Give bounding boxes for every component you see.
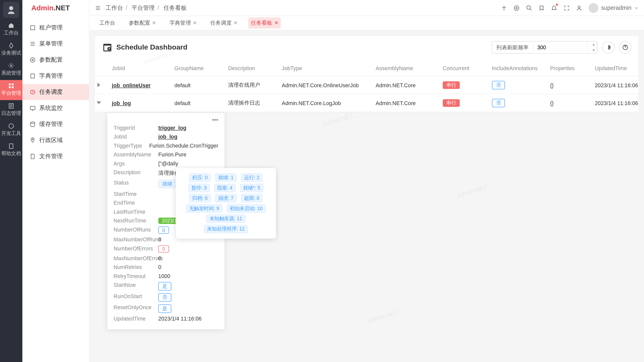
menu-toggle-icon[interactable] [95, 4, 101, 11]
content: Schedule Dashboard 列表刷新频率 ▲▼ JobId Group… [90, 30, 644, 362]
sidebar-item-region[interactable]: 行政区域 [22, 132, 89, 148]
tab-workbench[interactable]: 工作台 [97, 17, 118, 28]
sidebar-item-menu[interactable]: 菜单管理 [22, 36, 89, 52]
fullscreen-icon[interactable] [564, 4, 570, 11]
sidebar-item-tenant[interactable]: 租户管理 [22, 20, 89, 36]
svg-rect-2 [9, 83, 11, 85]
sidebar-item-params[interactable]: 参数配置 [22, 52, 89, 68]
nav-system[interactable]: 系统管理 [0, 60, 22, 80]
svg-rect-14 [30, 106, 35, 109]
user-dropdown[interactable]: superadmin [589, 3, 639, 13]
theme-toggle-icon[interactable] [602, 41, 615, 54]
close-icon[interactable]: ✕ [233, 20, 237, 26]
expand-toggle[interactable] [98, 82, 112, 88]
tab-params[interactable]: 参数配置✕ [126, 17, 159, 28]
sidebar-item-file[interactable]: 文件管理 [22, 148, 89, 164]
concurrent-tag: 串行 [443, 81, 460, 89]
header: 工作台/ 平台管理/ 任务看板 superadmin [90, 0, 644, 16]
sidebar-item-dict[interactable]: 字典管理 [22, 68, 89, 84]
status-tag: 就绪 [158, 180, 176, 188]
svg-rect-12 [31, 74, 35, 78]
breadcrumb: 工作台/ 平台管理/ 任务看板 [106, 4, 187, 12]
help-icon[interactable] [619, 41, 631, 54]
tab-schedule[interactable]: 任务调度✕ [208, 17, 240, 28]
svg-rect-4 [9, 86, 11, 88]
sidebar-item-schedule[interactable]: 任务调度 [22, 84, 89, 100]
include-tag: 否 [492, 81, 505, 89]
search-icon[interactable] [526, 4, 532, 11]
avatar [589, 3, 598, 13]
nav-biztest[interactable]: 业务测试 [0, 40, 22, 60]
sidebar: Admin.NET 租户管理 菜单管理 参数配置 字典管理 任务调度 系统监控 … [22, 0, 90, 362]
close-icon[interactable]: ✕ [152, 20, 156, 26]
table-row: job_onlineUser default 清理在线用户 Admin.NET.… [95, 76, 639, 94]
svg-point-18 [516, 7, 517, 9]
nav-workbench[interactable]: 工作台 [0, 20, 22, 40]
svg-rect-8 [9, 144, 13, 149]
bell-icon[interactable] [551, 4, 557, 11]
close-icon[interactable]: ✕ [193, 20, 197, 26]
close-icon[interactable]: ✕ [274, 20, 278, 26]
svg-point-1 [10, 65, 12, 66]
job-table: JobId GroupName Description JobType Asse… [95, 61, 639, 112]
svg-point-0 [9, 6, 13, 10]
tab-dict[interactable]: 字典管理✕ [167, 17, 199, 28]
svg-point-17 [514, 6, 519, 11]
header-icon-1[interactable] [501, 4, 507, 11]
brand: Admin.NET [22, 0, 89, 16]
table-row: job_log default 清理操作日志 Admin.NET.Core.Lo… [95, 94, 639, 112]
include-tag: 否 [492, 99, 505, 107]
table-header: JobId GroupName Description JobType Asse… [95, 61, 639, 76]
detail-more[interactable]: ••• [114, 117, 218, 123]
nav-platform[interactable]: 平台管理 [0, 80, 22, 100]
jobid-link[interactable]: job_onlineUser [112, 82, 174, 88]
primary-nav: 工作台 业务测试 系统管理 平台管理 日志管理 开发工具 帮助文档 [0, 0, 22, 362]
svg-point-11 [30, 58, 35, 62]
svg-point-20 [578, 6, 580, 8]
chevron-down-icon [634, 6, 639, 10]
svg-point-19 [527, 6, 531, 10]
calendar-icon [102, 42, 113, 53]
header-icon-2[interactable] [513, 4, 520, 11]
status-legend-popover: 积压: 0 就绪: 1 运行: 2 暂停: 3 阻塞: 4 就绪*: 5 归档:… [176, 168, 276, 239]
refresh-rate-input[interactable]: 列表刷新频率 ▲▼ [492, 41, 597, 54]
svg-rect-9 [30, 26, 35, 30]
sidebar-item-monitor[interactable]: 系统监控 [22, 100, 89, 116]
expand-toggle[interactable] [98, 100, 112, 106]
svg-rect-5 [12, 86, 14, 88]
user-icon[interactable] [576, 4, 582, 11]
page-title: Schedule Dashboard [102, 42, 187, 53]
sidebar-item-cache[interactable]: 缓存管理 [22, 116, 89, 132]
header-icon-4[interactable] [539, 4, 545, 11]
refresh-value[interactable] [534, 41, 587, 53]
tab-dashboard[interactable]: 任务看板✕ [248, 17, 281, 28]
svg-point-16 [32, 139, 33, 140]
tabs: 工作台 参数配置✕ 字典管理✕ 任务调度✕ 任务看板✕ [90, 16, 644, 30]
svg-point-15 [30, 122, 35, 123]
nav-help[interactable]: 帮助文档 [0, 140, 22, 160]
nav-logs[interactable]: 日志管理 [0, 100, 22, 120]
svg-rect-3 [12, 83, 14, 85]
app-logo [3, 2, 19, 18]
nav-devtools[interactable]: 开发工具 [0, 120, 22, 140]
svg-point-7 [9, 124, 14, 128]
svg-point-10 [32, 59, 33, 61]
concurrent-tag: 串行 [443, 99, 460, 107]
jobid-link[interactable]: job_log [112, 100, 174, 106]
